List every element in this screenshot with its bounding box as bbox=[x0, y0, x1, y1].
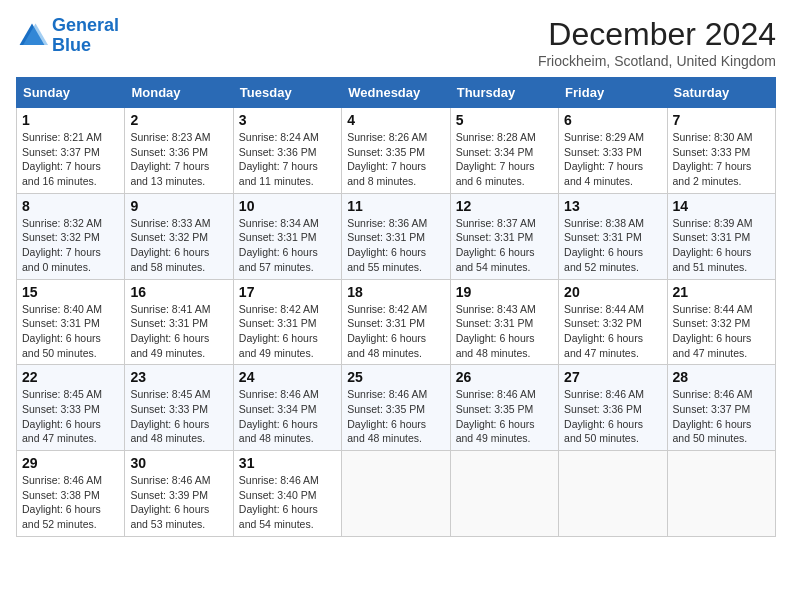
cell-info: Sunrise: 8:46 AM Sunset: 3:35 PM Dayligh… bbox=[456, 387, 553, 446]
day-number: 3 bbox=[239, 112, 336, 128]
cell-info: Sunrise: 8:46 AM Sunset: 3:36 PM Dayligh… bbox=[564, 387, 661, 446]
day-number: 22 bbox=[22, 369, 119, 385]
logo-icon bbox=[16, 20, 48, 52]
location-title: Friockheim, Scotland, United Kingdom bbox=[538, 53, 776, 69]
day-number: 26 bbox=[456, 369, 553, 385]
day-number: 24 bbox=[239, 369, 336, 385]
col-thursday: Thursday bbox=[450, 78, 558, 108]
day-number: 17 bbox=[239, 284, 336, 300]
col-monday: Monday bbox=[125, 78, 233, 108]
calendar-cell: 22 Sunrise: 8:45 AM Sunset: 3:33 PM Dayl… bbox=[17, 365, 125, 451]
calendar-cell: 6 Sunrise: 8:29 AM Sunset: 3:33 PM Dayli… bbox=[559, 108, 667, 194]
cell-info: Sunrise: 8:29 AM Sunset: 3:33 PM Dayligh… bbox=[564, 130, 661, 189]
day-number: 19 bbox=[456, 284, 553, 300]
cell-info: Sunrise: 8:38 AM Sunset: 3:31 PM Dayligh… bbox=[564, 216, 661, 275]
calendar-cell: 18 Sunrise: 8:42 AM Sunset: 3:31 PM Dayl… bbox=[342, 279, 450, 365]
day-number: 13 bbox=[564, 198, 661, 214]
calendar-header: Sunday Monday Tuesday Wednesday Thursday… bbox=[17, 78, 776, 108]
calendar-week-3: 15 Sunrise: 8:40 AM Sunset: 3:31 PM Dayl… bbox=[17, 279, 776, 365]
calendar-cell: 10 Sunrise: 8:34 AM Sunset: 3:31 PM Dayl… bbox=[233, 193, 341, 279]
cell-info: Sunrise: 8:40 AM Sunset: 3:31 PM Dayligh… bbox=[22, 302, 119, 361]
day-number: 29 bbox=[22, 455, 119, 471]
calendar-cell: 11 Sunrise: 8:36 AM Sunset: 3:31 PM Dayl… bbox=[342, 193, 450, 279]
cell-info: Sunrise: 8:46 AM Sunset: 3:34 PM Dayligh… bbox=[239, 387, 336, 446]
day-number: 4 bbox=[347, 112, 444, 128]
day-number: 15 bbox=[22, 284, 119, 300]
calendar-cell: 21 Sunrise: 8:44 AM Sunset: 3:32 PM Dayl… bbox=[667, 279, 775, 365]
cell-info: Sunrise: 8:44 AM Sunset: 3:32 PM Dayligh… bbox=[673, 302, 770, 361]
calendar-cell: 14 Sunrise: 8:39 AM Sunset: 3:31 PM Dayl… bbox=[667, 193, 775, 279]
day-number: 10 bbox=[239, 198, 336, 214]
day-number: 23 bbox=[130, 369, 227, 385]
day-number: 8 bbox=[22, 198, 119, 214]
calendar-cell: 9 Sunrise: 8:33 AM Sunset: 3:32 PM Dayli… bbox=[125, 193, 233, 279]
logo-line2: Blue bbox=[52, 35, 91, 55]
day-number: 30 bbox=[130, 455, 227, 471]
calendar-cell: 16 Sunrise: 8:41 AM Sunset: 3:31 PM Dayl… bbox=[125, 279, 233, 365]
calendar-cell bbox=[450, 451, 558, 537]
calendar-week-2: 8 Sunrise: 8:32 AM Sunset: 3:32 PM Dayli… bbox=[17, 193, 776, 279]
calendar-cell: 2 Sunrise: 8:23 AM Sunset: 3:36 PM Dayli… bbox=[125, 108, 233, 194]
day-number: 2 bbox=[130, 112, 227, 128]
cell-info: Sunrise: 8:42 AM Sunset: 3:31 PM Dayligh… bbox=[347, 302, 444, 361]
logo-text: General Blue bbox=[52, 16, 119, 56]
calendar-cell: 13 Sunrise: 8:38 AM Sunset: 3:31 PM Dayl… bbox=[559, 193, 667, 279]
day-number: 5 bbox=[456, 112, 553, 128]
calendar-cell: 23 Sunrise: 8:45 AM Sunset: 3:33 PM Dayl… bbox=[125, 365, 233, 451]
cell-info: Sunrise: 8:45 AM Sunset: 3:33 PM Dayligh… bbox=[130, 387, 227, 446]
cell-info: Sunrise: 8:23 AM Sunset: 3:36 PM Dayligh… bbox=[130, 130, 227, 189]
day-number: 12 bbox=[456, 198, 553, 214]
day-number: 6 bbox=[564, 112, 661, 128]
calendar-cell: 1 Sunrise: 8:21 AM Sunset: 3:37 PM Dayli… bbox=[17, 108, 125, 194]
cell-info: Sunrise: 8:42 AM Sunset: 3:31 PM Dayligh… bbox=[239, 302, 336, 361]
day-number: 20 bbox=[564, 284, 661, 300]
calendar-cell: 31 Sunrise: 8:46 AM Sunset: 3:40 PM Dayl… bbox=[233, 451, 341, 537]
calendar-week-5: 29 Sunrise: 8:46 AM Sunset: 3:38 PM Dayl… bbox=[17, 451, 776, 537]
col-friday: Friday bbox=[559, 78, 667, 108]
cell-info: Sunrise: 8:39 AM Sunset: 3:31 PM Dayligh… bbox=[673, 216, 770, 275]
cell-info: Sunrise: 8:46 AM Sunset: 3:35 PM Dayligh… bbox=[347, 387, 444, 446]
day-number: 1 bbox=[22, 112, 119, 128]
calendar-cell: 5 Sunrise: 8:28 AM Sunset: 3:34 PM Dayli… bbox=[450, 108, 558, 194]
calendar-cell: 12 Sunrise: 8:37 AM Sunset: 3:31 PM Dayl… bbox=[450, 193, 558, 279]
day-number: 21 bbox=[673, 284, 770, 300]
cell-info: Sunrise: 8:26 AM Sunset: 3:35 PM Dayligh… bbox=[347, 130, 444, 189]
day-number: 25 bbox=[347, 369, 444, 385]
day-number: 27 bbox=[564, 369, 661, 385]
calendar-cell: 15 Sunrise: 8:40 AM Sunset: 3:31 PM Dayl… bbox=[17, 279, 125, 365]
month-title: December 2024 bbox=[538, 16, 776, 53]
calendar-cell: 28 Sunrise: 8:46 AM Sunset: 3:37 PM Dayl… bbox=[667, 365, 775, 451]
cell-info: Sunrise: 8:46 AM Sunset: 3:39 PM Dayligh… bbox=[130, 473, 227, 532]
title-area: December 2024 Friockheim, Scotland, Unit… bbox=[538, 16, 776, 69]
calendar-cell bbox=[342, 451, 450, 537]
day-number: 18 bbox=[347, 284, 444, 300]
calendar-cell bbox=[667, 451, 775, 537]
cell-info: Sunrise: 8:37 AM Sunset: 3:31 PM Dayligh… bbox=[456, 216, 553, 275]
day-number: 28 bbox=[673, 369, 770, 385]
calendar-cell: 3 Sunrise: 8:24 AM Sunset: 3:36 PM Dayli… bbox=[233, 108, 341, 194]
calendar-week-4: 22 Sunrise: 8:45 AM Sunset: 3:33 PM Dayl… bbox=[17, 365, 776, 451]
calendar-cell: 19 Sunrise: 8:43 AM Sunset: 3:31 PM Dayl… bbox=[450, 279, 558, 365]
calendar-cell bbox=[559, 451, 667, 537]
cell-info: Sunrise: 8:41 AM Sunset: 3:31 PM Dayligh… bbox=[130, 302, 227, 361]
cell-info: Sunrise: 8:32 AM Sunset: 3:32 PM Dayligh… bbox=[22, 216, 119, 275]
logo-line1: General bbox=[52, 15, 119, 35]
calendar-cell: 20 Sunrise: 8:44 AM Sunset: 3:32 PM Dayl… bbox=[559, 279, 667, 365]
cell-info: Sunrise: 8:46 AM Sunset: 3:37 PM Dayligh… bbox=[673, 387, 770, 446]
cell-info: Sunrise: 8:46 AM Sunset: 3:40 PM Dayligh… bbox=[239, 473, 336, 532]
cell-info: Sunrise: 8:33 AM Sunset: 3:32 PM Dayligh… bbox=[130, 216, 227, 275]
day-number: 9 bbox=[130, 198, 227, 214]
col-sunday: Sunday bbox=[17, 78, 125, 108]
day-number: 14 bbox=[673, 198, 770, 214]
cell-info: Sunrise: 8:30 AM Sunset: 3:33 PM Dayligh… bbox=[673, 130, 770, 189]
calendar-cell: 4 Sunrise: 8:26 AM Sunset: 3:35 PM Dayli… bbox=[342, 108, 450, 194]
calendar-table: Sunday Monday Tuesday Wednesday Thursday… bbox=[16, 77, 776, 537]
cell-info: Sunrise: 8:24 AM Sunset: 3:36 PM Dayligh… bbox=[239, 130, 336, 189]
day-number: 7 bbox=[673, 112, 770, 128]
cell-info: Sunrise: 8:21 AM Sunset: 3:37 PM Dayligh… bbox=[22, 130, 119, 189]
col-saturday: Saturday bbox=[667, 78, 775, 108]
col-tuesday: Tuesday bbox=[233, 78, 341, 108]
calendar-cell: 8 Sunrise: 8:32 AM Sunset: 3:32 PM Dayli… bbox=[17, 193, 125, 279]
calendar-week-1: 1 Sunrise: 8:21 AM Sunset: 3:37 PM Dayli… bbox=[17, 108, 776, 194]
calendar-cell: 24 Sunrise: 8:46 AM Sunset: 3:34 PM Dayl… bbox=[233, 365, 341, 451]
